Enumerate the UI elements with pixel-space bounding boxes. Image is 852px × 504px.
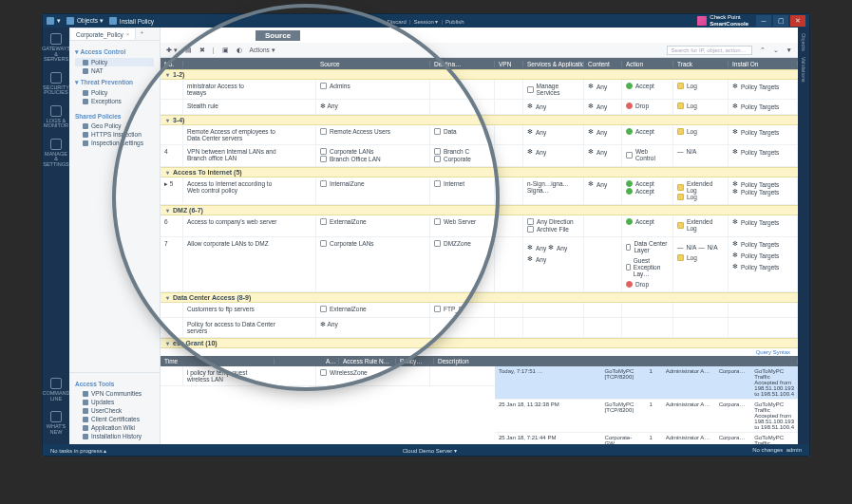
maximize-button[interactable]: ▢: [773, 15, 788, 27]
log-icon: [677, 194, 684, 200]
sidebar-item-exceptions[interactable]: Exceptions: [75, 97, 154, 105]
lock-icon: [83, 132, 88, 138]
sidebar-item-usercheck[interactable]: UserCheck: [75, 406, 154, 415]
table-row[interactable]: Policy for access to Data Center servers…: [161, 318, 798, 338]
users-icon: [320, 83, 327, 89]
table-row[interactable]: Customers to ftp servers ExternalZone FT…: [161, 303, 798, 318]
policy-icon: [83, 90, 88, 96]
sidebar-item-geo[interactable]: Geo Policy: [75, 121, 154, 130]
tool-button[interactable]: ▤: [185, 47, 192, 54]
toolbar: ✚ ▾ ▤ ✖ | ▣ ◐ Actions ▾ Search for IP, o…: [161, 43, 798, 58]
group-icon: [320, 156, 327, 162]
table-row[interactable]: ▸ 5Access to Internet according to Web c…: [161, 177, 798, 205]
log-row[interactable]: 25 Jan 18, 7:21:44 PMCorporate-GW …1 Adm…: [495, 433, 798, 444]
zone-icon: [320, 369, 327, 376]
section-access-tools: Access Tools: [75, 381, 154, 387]
section-row[interactable]: ▾1-2): [161, 69, 798, 80]
filter-button[interactable]: ▼: [786, 47, 792, 53]
add-tab-button[interactable]: +: [136, 28, 147, 40]
rail-cmd[interactable]: COMMAND LINE: [42, 378, 69, 401]
server-indicator[interactable]: Cloud Demo Server ▾: [403, 447, 457, 454]
cert-icon: [83, 417, 88, 422]
search-input[interactable]: Search for IP, object, action…: [667, 46, 752, 55]
log-icon: [677, 83, 684, 89]
zone-icon: [320, 218, 327, 225]
statusbar: No tasks in progress ▴ Cloud Demo Server…: [43, 444, 809, 456]
actions-menu[interactable]: Actions ▾: [250, 47, 275, 54]
rail-manage[interactable]: MANAGE & SETTINGS: [43, 139, 69, 168]
accept-icon: [626, 83, 633, 89]
rail-logs[interactable]: LOGS & MONITOR: [43, 105, 69, 129]
section-row[interactable]: ▾3-4): [161, 115, 798, 125]
section-row[interactable]: ▾DMZ (6-7): [161, 205, 798, 215]
table-row[interactable]: ministrator Access to teways Admins Mana…: [161, 80, 798, 100]
accept-icon: [626, 218, 633, 225]
close-tab-icon[interactable]: ×: [126, 31, 130, 37]
user-icon: [83, 408, 88, 414]
log-row[interactable]: Today, 7:17:51 …GoToMyPC [TCP/8200]1 Adm…: [495, 366, 798, 400]
server-icon: [434, 218, 441, 225]
table-row[interactable]: l policy for temp guest wireless LAN Wir…: [161, 366, 798, 386]
sidebar-item-certs[interactable]: Client Certificates: [75, 415, 154, 423]
rail-security[interactable]: SECURITY POLICIES: [43, 72, 69, 96]
layer-icon: [626, 244, 631, 251]
nav-up-button[interactable]: ⌃: [760, 47, 766, 54]
table-row[interactable]: Remote Access of employees to Data Cente…: [161, 125, 798, 145]
sidebar-item-installhist[interactable]: Installation History: [75, 432, 154, 440]
drop-icon: [626, 103, 633, 109]
tool-button[interactable]: ◐: [237, 47, 242, 54]
sidebar-item-nat[interactable]: NAT: [75, 66, 154, 75]
sidebar-item-inspection[interactable]: Inspection Settings: [75, 139, 154, 147]
user-label: admin: [786, 447, 802, 453]
install-policy-button[interactable]: Install Policy: [109, 17, 154, 25]
query-syntax-link[interactable]: Query Syntax: [161, 348, 798, 356]
table-row[interactable]: 6Access to company's web server External…: [161, 215, 798, 237]
sidebar-item-policy[interactable]: Policy: [75, 58, 154, 66]
section-access-control[interactable]: ▾ Access Control: [75, 48, 154, 56]
table-row[interactable]: 7Allow corporate LANs to DMZ Corporate L…: [161, 237, 798, 292]
accept-icon: [626, 180, 633, 187]
menu-icon[interactable]: ▾: [47, 17, 61, 25]
server-icon: [434, 306, 441, 312]
rail-whatsnew[interactable]: WHAT'S NEW: [43, 411, 69, 435]
policy-icon: [83, 60, 88, 65]
layer-icon: [626, 152, 633, 159]
section-threat-prevention[interactable]: ▾ Threat Prevention: [75, 79, 154, 86]
policy-tab[interactable]: Corporate_Policy×: [69, 28, 136, 40]
add-rule-button[interactable]: ✚ ▾: [166, 47, 178, 54]
exceptions-icon: [83, 99, 88, 104]
log-icon: [677, 184, 684, 191]
accept-icon: [626, 188, 633, 195]
sidebar-item-tp-policy[interactable]: Policy: [75, 88, 154, 97]
sidebar-item-appwiki[interactable]: Application Wiki: [75, 423, 154, 432]
brand-logo: Check PointSmartConsole: [697, 14, 748, 28]
table-row[interactable]: 4VPN between Internal LANs and Branch of…: [161, 145, 798, 167]
objects-menu[interactable]: Objects ▾: [66, 17, 104, 25]
close-button[interactable]: ✕: [790, 15, 805, 27]
vpn-icon: [83, 391, 88, 397]
log-row[interactable]: 25 Jan 18, 11:32:38 PMGoToMyPC [TCP/8200…: [495, 400, 798, 433]
section-row[interactable]: ▾Access To Internet (5): [161, 167, 798, 177]
sidebar-item-vpn[interactable]: VPN Communities: [75, 389, 154, 398]
sidebar-item-updates[interactable]: Updates: [75, 398, 154, 406]
tasks-indicator[interactable]: No tasks in progress ▴: [50, 447, 106, 454]
tool-button[interactable]: ✖: [199, 47, 205, 54]
right-rail-validations[interactable]: Validations: [801, 57, 806, 83]
rail-gateways[interactable]: GATEWAYS & SERVERS: [42, 33, 70, 63]
section-row[interactable]: ▾ess Grant (10): [161, 338, 798, 348]
section-row[interactable]: ▾Data Center Access (8-9): [161, 292, 798, 303]
nav-down-button[interactable]: ⌄: [773, 47, 779, 54]
sidebar: Corporate_Policy× + ▾ Access Control Pol…: [69, 28, 161, 444]
zone-icon: [320, 306, 327, 312]
sidebar-item-https[interactable]: HTTPS Inspection: [75, 130, 154, 139]
globe-icon: [83, 123, 88, 129]
right-rail-objects[interactable]: Objects: [801, 33, 806, 51]
tool-button[interactable]: ▣: [222, 47, 229, 54]
network-icon: [434, 128, 441, 135]
table-row[interactable]: Stealth rule ✻ Any ✻ Any ✻ Any Drop Log …: [161, 100, 798, 115]
zone-icon: [434, 240, 441, 247]
log-icon: [677, 103, 684, 109]
session-indicator: Discard|Session ▾|Publish: [154, 18, 697, 25]
right-rail: Objects Validations: [798, 28, 809, 444]
minimize-button[interactable]: ─: [756, 15, 771, 27]
